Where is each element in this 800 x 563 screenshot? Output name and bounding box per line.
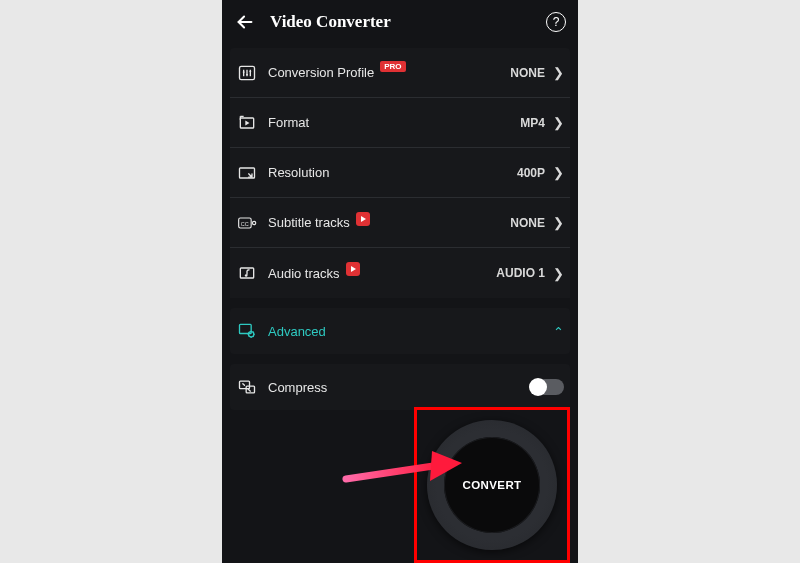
row-resolution[interactable]: Resolution 400P ❯	[230, 148, 570, 198]
row-value: 400P	[517, 166, 545, 180]
row-label: Audio tracks	[268, 266, 496, 281]
row-value: NONE	[510, 66, 545, 80]
row-label: Advanced	[268, 324, 553, 339]
convert-button-ring: CONVERT	[427, 420, 557, 550]
compress-toggle[interactable]	[530, 379, 564, 395]
svg-point-7	[245, 274, 248, 277]
row-audio-tracks[interactable]: Audio tracks AUDIO 1 ❯	[230, 248, 570, 298]
back-button[interactable]	[234, 11, 262, 33]
svg-text:CC: CC	[241, 220, 249, 226]
cc-icon: CC	[236, 212, 258, 234]
red-play-badge-icon	[356, 212, 370, 226]
settings-list: Conversion Profile PRO NONE ❯ Format MP4…	[222, 48, 578, 410]
row-compress: Compress	[230, 364, 570, 410]
help-button[interactable]: ?	[546, 12, 566, 32]
row-value: MP4	[520, 116, 545, 130]
red-play-badge-icon	[346, 262, 360, 276]
chevron-right-icon: ❯	[553, 115, 564, 130]
row-label: Conversion Profile PRO	[268, 65, 510, 80]
row-value: NONE	[510, 216, 545, 230]
chevron-right-icon: ❯	[553, 215, 564, 230]
row-label: Format	[268, 115, 520, 130]
row-value: AUDIO 1	[496, 266, 545, 280]
row-advanced[interactable]: Advanced ⌄	[230, 308, 570, 354]
pro-badge: PRO	[380, 61, 405, 72]
row-format[interactable]: Format MP4 ❯	[230, 98, 570, 148]
resolution-icon	[236, 162, 258, 184]
page-title: Video Converter	[270, 12, 546, 32]
sliders-icon	[236, 62, 258, 84]
convert-highlight-box: CONVERT	[414, 407, 570, 563]
row-conversion-profile[interactable]: Conversion Profile PRO NONE ❯	[230, 48, 570, 98]
chevron-right-icon: ❯	[553, 65, 564, 80]
svg-point-5	[252, 221, 255, 224]
audio-icon	[236, 262, 258, 284]
advanced-gear-icon	[236, 320, 258, 342]
chevron-right-icon: ❯	[553, 266, 564, 281]
top-bar: Video Converter ?	[222, 0, 578, 44]
compress-icon	[236, 376, 258, 398]
svg-rect-11	[246, 386, 254, 393]
chevron-right-icon: ❯	[553, 165, 564, 180]
row-label: Subtitle tracks	[268, 215, 510, 230]
row-label: Compress	[268, 380, 530, 395]
row-label: Resolution	[268, 165, 517, 180]
chevron-down-icon: ⌄	[553, 324, 564, 339]
app-screen: Video Converter ? Conversion Profile PRO…	[222, 0, 578, 563]
convert-button[interactable]: CONVERT	[444, 437, 540, 533]
format-icon	[236, 112, 258, 134]
row-subtitle-tracks[interactable]: CC Subtitle tracks NONE ❯	[230, 198, 570, 248]
